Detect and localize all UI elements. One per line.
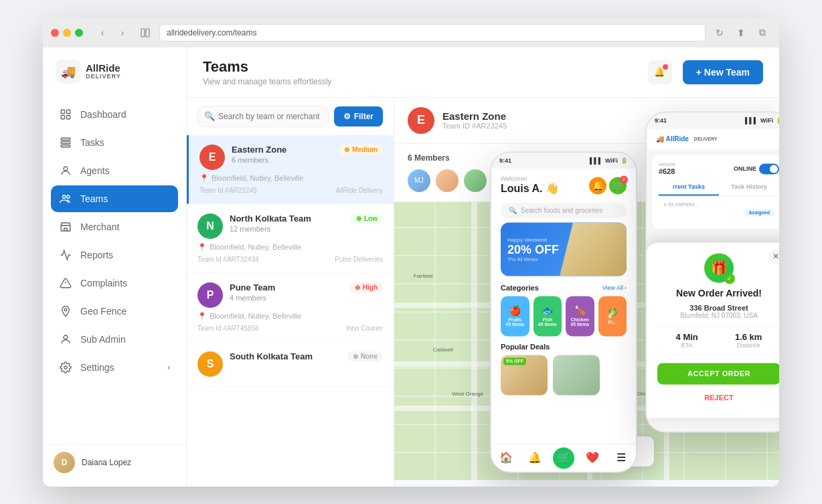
sidebar-item-settings[interactable]: Settings › (51, 354, 178, 381)
svg-point-15 (64, 335, 68, 339)
sidebar-item-sub-admin[interactable]: Sub Admin (51, 326, 178, 353)
category-item-fish[interactable]: 🐟 Fish 45 Items (533, 296, 562, 336)
phone1-header-icons: 🔔 🛒 2 (589, 177, 627, 194)
categories-title: Categories (501, 284, 539, 292)
category-item-fruits[interactable]: 🍎 Fruits 45 Items (501, 296, 529, 336)
search-input[interactable] (197, 106, 329, 127)
task-item: k ID #AR894... Assigned (659, 196, 779, 222)
phone1-search[interactable]: 🔍 Search foods and groceries (501, 203, 627, 218)
browser-toolbar: ‹ › allridedelivery.com/teams ↻ ⬆ ⧉ (43, 18, 779, 48)
category-item-chicken[interactable]: 🍗 Chicken 45 Items (566, 296, 594, 336)
sidebar-item-geo-fence[interactable]: Geo Fence (51, 298, 178, 325)
view-all-link[interactable]: View All › (602, 284, 627, 291)
reject-order-button[interactable]: REJECT (657, 388, 779, 407)
toggle-knob (770, 165, 778, 173)
back-button[interactable]: ‹ (94, 24, 111, 41)
reload-button[interactable]: ↻ (711, 24, 728, 41)
minimize-window-button[interactable] (63, 29, 71, 37)
current-tasks-label: rrent Tasks (673, 183, 705, 190)
phone1-content: Welcome! Louis A. 👋 🔔 🛒 2 (491, 169, 636, 471)
notification-icon-phone1[interactable]: 🔔 (589, 177, 606, 194)
sidebar-item-tasks[interactable]: Tasks (51, 129, 178, 156)
map-label-west-orange: West Orange (452, 391, 483, 397)
phone2-status-bar: 9:41 ▌▌▌ WiFi 🔋 (647, 112, 779, 129)
team-card-eastern-zone[interactable]: E Eastern Zone 6 members ⊕ Medium (187, 135, 394, 204)
task-history-tab[interactable]: Task History (719, 179, 779, 195)
content-area: 🔍 ⚙ Filter E (187, 98, 779, 487)
driver-app-header: 🚚 AllRide DELIVERY (647, 129, 779, 149)
category-item-other[interactable]: 🥬 Pi... (598, 296, 627, 336)
heart-nav-item[interactable]: ❤️ (582, 447, 603, 469)
cart-nav-item[interactable]: 🛒 (553, 447, 574, 469)
team-card-south-kolkata[interactable]: S South Kolkata Team ⊕ None (187, 342, 394, 387)
sidebar-item-merchant[interactable]: Merchant (51, 214, 178, 240)
sidebar-item-dashboard[interactable]: Dashboard (51, 101, 178, 128)
close-window-button[interactable] (51, 29, 59, 37)
sidebar-item-label-teams: Teams (80, 193, 108, 204)
new-tab-button[interactable]: ⧉ (754, 24, 771, 41)
page-subtitle: View and manage teams effortlessly (203, 77, 331, 86)
forward-button[interactable]: › (114, 24, 131, 41)
order-eta: 4 Min ETA (676, 332, 698, 349)
popular-item-2[interactable] (553, 355, 600, 395)
share-button[interactable]: ⬆ (732, 24, 750, 41)
chevron-right-icon: › (625, 284, 627, 291)
order-verified-badge: ✓ (724, 273, 735, 284)
order-icon: 🎁 ✓ (704, 253, 734, 282)
priority-label-eastern-zone: Medium (352, 146, 378, 153)
team-info-pune: Pune Team 4 members (230, 282, 343, 302)
accept-order-button[interactable]: ACCEPT ORDER (657, 363, 779, 384)
current-tasks-tab[interactable]: rrent Tasks (659, 179, 719, 195)
search-icon-phone1: 🔍 (509, 207, 517, 214)
detail-team-avatar: E (408, 107, 434, 134)
priority-label-south-kolkata: None (361, 353, 378, 360)
distance-value: 1.6 km (735, 332, 762, 342)
team-footer-north-kolkata: Team Id #ART32434 Pulse Deliveries (197, 256, 383, 263)
vehicle-id: #628 (659, 167, 675, 175)
filter-button[interactable]: ⚙ Filter (334, 106, 383, 127)
toggle-switch[interactable] (759, 163, 779, 174)
logo-name: AllRide (86, 63, 121, 73)
promo-label: Happy Weekend (507, 237, 559, 243)
team-card-pune[interactable]: P Pune Team 4 members ⊕ High (187, 273, 394, 342)
priority-icon-pune: ⊕ (355, 284, 360, 291)
popular-title: Popular Deals (501, 343, 550, 351)
svg-rect-6 (61, 138, 70, 140)
popular-item-1[interactable]: 5% OFF (501, 355, 548, 395)
close-overlay-button[interactable]: ✕ (768, 249, 779, 264)
team-members-pune: 4 members (230, 294, 343, 302)
priority-badge-south-kolkata: ⊕ None (347, 351, 383, 361)
sidebar-item-reports[interactable]: Reports (51, 242, 178, 268)
vehicle-label: vehicle (659, 161, 675, 167)
bell-nav-item[interactable]: 🔔 (524, 447, 546, 469)
sidebar-item-complaints[interactable]: Complaints (51, 270, 178, 297)
sidebar-item-label-settings: Settings (80, 362, 114, 373)
location-icon-north-kolkata: 📍 (197, 243, 207, 252)
sidebar-item-label-agents: Agents (80, 165, 110, 176)
notification-badge (663, 64, 668, 70)
sidebar-toggle-button[interactable] (137, 24, 154, 41)
user-greeting: Louis A. 👋 (501, 182, 559, 195)
svg-rect-7 (61, 141, 70, 143)
home-nav-item[interactable]: 🏠 (495, 447, 517, 469)
menu-nav-item[interactable]: ☰ (610, 447, 632, 469)
notification-button[interactable]: 🔔 (648, 60, 672, 84)
team-merchant-pune: Inno Courier (346, 325, 383, 332)
sidebar-item-label-merchant: Merchant (80, 222, 119, 232)
location-text-eastern-zone: Bloomfield, Nutley, Belleville (212, 174, 303, 182)
teams-scroll-list: E Eastern Zone 6 members ⊕ Medium (187, 135, 394, 487)
team-card-north-kolkata[interactable]: N North Kolkata Team 12 members ⊕ Low (187, 204, 394, 273)
dashboard-icon (59, 108, 72, 121)
sidebar-item-label-sub-admin: Sub Admin (80, 334, 126, 345)
allride-logo-small: 🚚 AllRide (656, 135, 689, 143)
cart-icon-phone1[interactable]: 🛒 2 (609, 177, 627, 194)
team-name-south-kolkata: South Kolkata Team (230, 351, 341, 361)
other-icon: 🥬 (606, 308, 618, 319)
driver-phone-mockup: 9:41 ▌▌▌ WiFi 🔋 🚚 AllRide (645, 111, 779, 432)
maximize-window-button[interactable] (75, 29, 83, 37)
sidebar-item-teams[interactable]: Teams (51, 185, 178, 212)
address-bar[interactable]: allridedelivery.com/teams (159, 24, 706, 41)
sub-admin-icon (59, 333, 72, 346)
new-team-button[interactable]: + New Team (683, 60, 763, 84)
sidebar-item-agents[interactable]: Agents (51, 157, 178, 184)
